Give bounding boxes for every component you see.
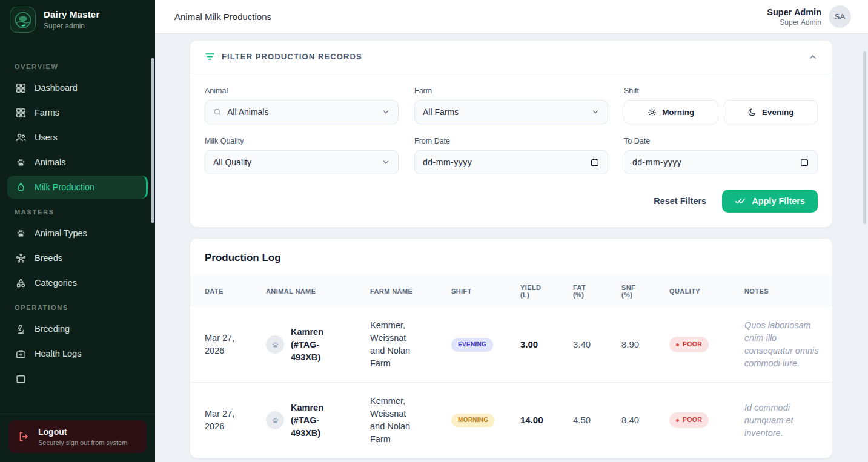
production-log-card: Production Log DATE ANIMAL NAME FARM NAM…: [190, 238, 833, 458]
row-date: Mar 27, 2026: [205, 408, 238, 433]
milk-quality-select[interactable]: All Quality: [205, 150, 399, 174]
shift-label: Shift: [624, 87, 818, 95]
sidebar-item-label: Categories: [35, 278, 77, 288]
sidebar-item-farms[interactable]: Farms: [7, 101, 148, 124]
row-fat: 3.40: [573, 339, 591, 349]
milk-quality-value: All Quality: [213, 157, 382, 167]
filter-title: FILTER PRODUCTION RECORDS: [222, 52, 808, 61]
row-snf: 8.40: [621, 415, 639, 425]
sidebar-item-dashboard[interactable]: Dashboard: [7, 76, 148, 99]
row-snf: 8.90: [621, 339, 639, 349]
sidebar-nav: OVERVIEW Dashboard Farms Users Animals: [0, 39, 155, 414]
chevron-up-icon[interactable]: [808, 52, 818, 62]
milk-quality-field: Milk Quality All Quality: [205, 137, 399, 174]
col-fat: FAT (%): [567, 276, 615, 307]
sidebar: Dairy Master Super admin OVERVIEW Dashbo…: [0, 0, 155, 462]
filter-funnel-icon: [205, 51, 215, 62]
user-box[interactable]: Super Admin Super Admin SA: [767, 5, 851, 28]
sidebar-item-label: Animal Types: [35, 228, 87, 238]
row-notes: Id commodi numquam et inventore.: [744, 401, 826, 440]
table-header-row: DATE ANIMAL NAME FARM NAME SHIFT YIELD (…: [190, 276, 832, 307]
chevron-down-icon: [591, 108, 600, 116]
moon-icon: [747, 108, 757, 117]
farms-grid-icon: [15, 107, 27, 119]
droplet-icon: [15, 181, 27, 193]
from-date-label: From Date: [414, 137, 608, 145]
sidebar-item-breeds[interactable]: Breeds: [7, 246, 148, 269]
filter-header[interactable]: FILTER PRODUCTION RECORDS: [190, 41, 832, 73]
topbar: Animal Milk Productions Super Admin Supe…: [155, 0, 868, 34]
col-quality: QUALITY: [663, 276, 738, 307]
col-yield: YIELD (L): [514, 276, 567, 307]
paw-icon: [266, 411, 284, 429]
user-role: Super Admin: [767, 18, 821, 27]
col-farm-name: FARM NAME: [364, 276, 445, 307]
sidebar-item-partial[interactable]: [7, 367, 148, 390]
sidebar-item-health-logs[interactable]: Health Logs: [7, 342, 148, 365]
brand: Dairy Master Super admin: [0, 0, 155, 39]
sidebar-item-animals[interactable]: Animals: [7, 151, 148, 174]
section-label-operations: OPERATIONS: [0, 304, 155, 311]
animal-select-value: All Animals: [227, 107, 382, 117]
reset-filters-button[interactable]: Reset Filters: [648, 191, 712, 211]
chevron-down-icon: [382, 158, 390, 167]
col-date: DATE: [190, 276, 260, 307]
farm-select[interactable]: All Farms: [414, 100, 608, 124]
to-date-input[interactable]: dd-mm-yyyy: [624, 150, 818, 174]
sidebar-item-label: Breeding: [35, 324, 70, 334]
apply-filters-label: Apply Filters: [752, 196, 805, 206]
chevron-down-icon: [382, 108, 390, 116]
microscope-icon: [15, 323, 27, 335]
col-notes: NOTES: [738, 276, 832, 307]
sidebar-item-animal-types[interactable]: Animal Types: [7, 222, 148, 245]
table-row[interactable]: Mar 27, 2026 Kamren (#TAG-493XB) Kemmer,…: [190, 383, 832, 458]
col-shift: SHIFT: [445, 276, 514, 307]
sidebar-item-label: Health Logs: [35, 349, 81, 358]
logout-title: Logout: [38, 427, 127, 437]
network-icon: [15, 252, 27, 264]
logout-icon: [18, 431, 30, 443]
sidebar-scrollbar[interactable]: [151, 58, 154, 223]
quality-badge: POOR: [669, 337, 709, 352]
farm-select-value: All Farms: [423, 107, 591, 117]
farm-label: Farm: [414, 87, 608, 95]
sun-icon: [648, 108, 657, 117]
avatar[interactable]: SA: [829, 5, 851, 28]
calendar-icon[interactable]: [590, 157, 600, 167]
apply-filters-button[interactable]: Apply Filters: [722, 190, 818, 213]
animal-field: Animal All Animals: [205, 87, 399, 124]
animal-select[interactable]: All Animals: [205, 100, 399, 124]
brand-name: Dairy Master: [44, 9, 99, 19]
from-date-input[interactable]: dd-mm-yyyy: [414, 150, 608, 174]
main-area: Animal Milk Productions Super Admin Supe…: [155, 0, 868, 462]
milk-quality-label: Milk Quality: [205, 137, 399, 145]
calendar-icon[interactable]: [800, 157, 809, 167]
row-animal-name: Kamren (#TAG-493XB): [291, 326, 339, 364]
morning-shift-button[interactable]: Morning: [624, 100, 718, 124]
to-date-field: To Date dd-mm-yyyy: [624, 137, 818, 174]
search-icon: [213, 108, 222, 116]
row-yield: 14.00: [520, 415, 543, 425]
sidebar-item-breeding[interactable]: Breeding: [7, 317, 148, 340]
sidebar-item-categories[interactable]: Categories: [7, 271, 148, 294]
sidebar-item-label: Breeds: [35, 253, 62, 263]
dashboard-grid-icon: [15, 82, 27, 94]
row-farm-name: Kemmer, Weissnat and Nolan Farm: [370, 319, 422, 370]
content: FILTER PRODUCTION RECORDS Animal All Ani…: [155, 34, 868, 462]
brand-subtitle: Super admin: [44, 22, 99, 30]
paw-icon: [266, 335, 284, 354]
filter-body: Animal All Animals Farm: [190, 73, 832, 227]
row-yield: 3.00: [520, 339, 538, 349]
evening-shift-button[interactable]: Evening: [724, 100, 818, 124]
sidebar-item-users[interactable]: Users: [7, 126, 148, 149]
row-fat: 4.50: [573, 415, 591, 425]
table-row[interactable]: Mar 27, 2026 Kamren (#TAG-493XB) Kemmer,…: [190, 307, 832, 383]
sidebar-item-milk-production[interactable]: Milk Production: [7, 176, 148, 199]
page-scrollbar[interactable]: [863, 51, 866, 224]
logout-button[interactable]: Logout Securely sign out from system: [8, 420, 147, 453]
shift-field: Shift Morning: [624, 87, 818, 124]
paw-icon: [15, 156, 27, 168]
row-farm-name: Kemmer, Weissnat and Nolan Farm: [370, 395, 422, 446]
evening-label: Evening: [762, 108, 794, 117]
sidebar-item-label: Milk Production: [35, 182, 94, 192]
